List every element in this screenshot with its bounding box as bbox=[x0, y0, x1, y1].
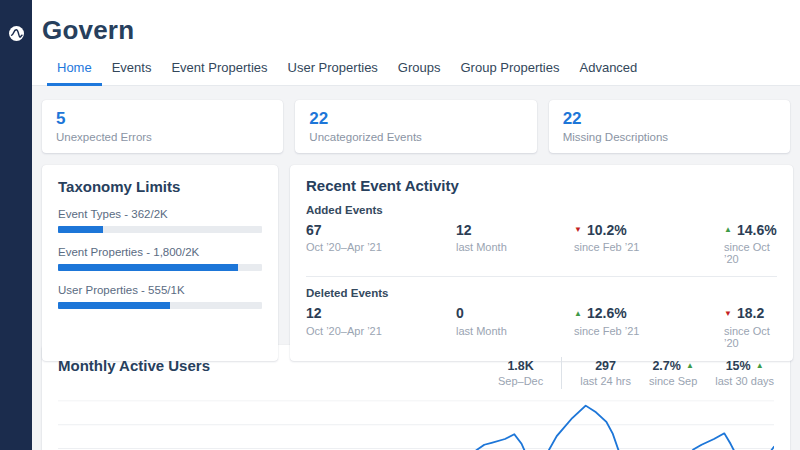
mau-stats: 1.8K Sep–Dec 297 last 24 hrs 2.7% ▲ bbox=[498, 357, 774, 389]
stat-value-text: 15% bbox=[726, 359, 751, 373]
stat-col: 12 Oct ’20–Apr ’21 bbox=[306, 304, 456, 348]
stat-label: last Month bbox=[456, 241, 574, 253]
page-header: Govern Home Events Event Properties User… bbox=[32, 0, 800, 86]
stat-label: last 24 hrs bbox=[580, 375, 631, 387]
middle-row: Taxonomy Limits Event Types - 362/2K Eve… bbox=[42, 165, 790, 333]
stat-value: 297 bbox=[580, 359, 631, 373]
tab-group-properties[interactable]: Group Properties bbox=[451, 55, 570, 86]
stat-value: ▼ 18.2 bbox=[724, 304, 777, 322]
stat-label: last 30 days bbox=[715, 375, 774, 387]
taxonomy-item-label: User Properties - 555/1K bbox=[58, 284, 262, 296]
stat-card-uncategorized-events[interactable]: 22 Uncategorized Events bbox=[295, 100, 536, 153]
stat-value: 12 bbox=[306, 304, 456, 322]
stat-value: 22 bbox=[309, 108, 522, 129]
stat-label: since Feb ’21 bbox=[574, 325, 724, 337]
deleted-events-stats: 12 Oct ’20–Apr ’21 0 last Month ▲ 12.6% bbox=[306, 304, 777, 348]
mau-header: Monthly Active Users 1.8K Sep–Dec 297 la… bbox=[58, 357, 774, 389]
card-title: Monthly Active Users bbox=[58, 357, 210, 374]
trend-down-icon: ▼ bbox=[574, 226, 582, 234]
taxonomy-item-label: Event Properties - 1,800/2K bbox=[58, 246, 262, 258]
stat-value: ▲ 14.6% bbox=[724, 221, 777, 239]
stat-label: Sep–Dec bbox=[498, 375, 543, 387]
taxonomy-item-user-properties: User Properties - 555/1K bbox=[58, 284, 262, 309]
taxonomy-item-event-types: Event Types - 362/2K bbox=[58, 208, 262, 233]
stat-card-missing-descriptions[interactable]: 22 Missing Descriptions bbox=[549, 100, 790, 153]
stat-value: 5 bbox=[56, 108, 269, 129]
tab-event-properties[interactable]: Event Properties bbox=[161, 55, 277, 86]
stat-value: 0 bbox=[456, 304, 574, 322]
trend-down-icon: ▼ bbox=[724, 310, 732, 318]
stat-value: 12 bbox=[456, 221, 574, 239]
stat-value-text: 14.6% bbox=[737, 221, 777, 239]
card-title: Recent Event Activity bbox=[306, 177, 777, 194]
stat-card-unexpected-errors[interactable]: 5 Unexpected Errors bbox=[42, 100, 283, 153]
stat-col: ▼ 10.2% since Feb ’21 bbox=[574, 221, 724, 265]
stat-value: ▼ 10.2% bbox=[574, 221, 724, 239]
trend-up-icon: ▲ bbox=[724, 226, 732, 234]
stat-label: Missing Descriptions bbox=[563, 131, 776, 143]
mau-chart-area bbox=[58, 398, 774, 450]
tab-groups[interactable]: Groups bbox=[388, 55, 451, 86]
stat-label: Unexpected Errors bbox=[56, 131, 269, 143]
stat-value-text: 12.6% bbox=[587, 304, 627, 322]
added-events-stats: 67 Oct ’20–Apr ’21 12 last Month ▼ 10.2% bbox=[306, 221, 777, 265]
stat-value: 2.7% ▲ bbox=[649, 359, 697, 373]
taxonomy-item-label: Event Types - 362/2K bbox=[58, 208, 262, 220]
trend-up-icon: ▲ bbox=[574, 310, 582, 318]
stat-value: 22 bbox=[563, 108, 776, 129]
summary-stat-row: 5 Unexpected Errors 22 Uncategorized Eve… bbox=[42, 100, 790, 153]
stat-value: ▲ 12.6% bbox=[574, 304, 724, 322]
stat-label: since Feb ’21 bbox=[574, 241, 724, 253]
tab-advanced[interactable]: Advanced bbox=[570, 55, 648, 86]
stat-col: ▲ 12.6% since Feb ’21 bbox=[574, 304, 724, 348]
added-events-heading: Added Events bbox=[306, 204, 777, 216]
content-area: 5 Unexpected Errors 22 Uncategorized Eve… bbox=[32, 86, 800, 450]
vertical-divider bbox=[561, 357, 562, 389]
stat-col: 12 last Month bbox=[456, 221, 574, 265]
page-title: Govern bbox=[42, 15, 784, 46]
stat-col: ▲ 14.6% since Oct ’20 bbox=[724, 221, 777, 265]
sidebar bbox=[0, 0, 32, 450]
trend-up-icon: ▲ bbox=[686, 362, 694, 370]
tab-home[interactable]: Home bbox=[47, 55, 102, 86]
stat-label: last Month bbox=[456, 325, 574, 337]
stat-label: Uncategorized Events bbox=[309, 131, 522, 143]
progress-bar-fill bbox=[58, 226, 103, 233]
amplitude-wave-glyph bbox=[9, 26, 24, 41]
app-root: Govern Home Events Event Properties User… bbox=[0, 0, 800, 450]
stat-value-text: 2.7% bbox=[652, 359, 681, 373]
taxonomy-limits-card: Taxonomy Limits Event Types - 362/2K Eve… bbox=[42, 165, 278, 360]
tab-user-properties[interactable]: User Properties bbox=[278, 55, 388, 86]
stat-col: ▼ 18.2 since Oct ’20 bbox=[724, 304, 777, 348]
stat-col: 67 Oct ’20–Apr ’21 bbox=[306, 221, 456, 265]
progress-bar-fill bbox=[58, 302, 170, 309]
mau-line-chart[interactable] bbox=[58, 398, 774, 450]
stat-label: Oct ’20–Apr ’21 bbox=[306, 325, 456, 337]
main-column: Govern Home Events Event Properties User… bbox=[32, 0, 800, 450]
taxonomy-item-event-properties: Event Properties - 1,800/2K bbox=[58, 246, 262, 271]
progress-bar-track bbox=[58, 302, 262, 309]
tab-bar: Home Events Event Properties User Proper… bbox=[42, 55, 784, 85]
trend-up-icon: ▲ bbox=[756, 362, 764, 370]
stat-col: 2.7% ▲ since Sep bbox=[649, 359, 697, 387]
amplitude-logo-icon[interactable] bbox=[9, 26, 24, 41]
card-title: Taxonomy Limits bbox=[58, 178, 262, 195]
stat-col: 297 last 24 hrs bbox=[580, 359, 631, 387]
monthly-active-users-card: Monthly Active Users 1.8K Sep–Dec 297 la… bbox=[42, 345, 790, 450]
stat-label: since Oct ’20 bbox=[724, 241, 777, 265]
stat-value-text: 18.2 bbox=[737, 304, 764, 322]
stat-value: 67 bbox=[306, 221, 456, 239]
stat-col: 15% ▲ last 30 days bbox=[715, 359, 774, 387]
stat-label: Oct ’20–Apr ’21 bbox=[306, 241, 456, 253]
recent-event-activity-card: Recent Event Activity Added Events 67 Oc… bbox=[290, 165, 793, 360]
progress-bar-track bbox=[58, 226, 262, 233]
stat-value-text: 10.2% bbox=[587, 221, 627, 239]
section-divider bbox=[306, 276, 777, 277]
stat-col: 1.8K Sep–Dec bbox=[498, 359, 543, 387]
stat-value: 15% ▲ bbox=[715, 359, 774, 373]
tab-events[interactable]: Events bbox=[102, 55, 162, 86]
stat-label: since Sep bbox=[649, 375, 697, 387]
progress-bar-track bbox=[58, 264, 262, 271]
stat-value: 1.8K bbox=[498, 359, 543, 373]
stat-col: 0 last Month bbox=[456, 304, 574, 348]
